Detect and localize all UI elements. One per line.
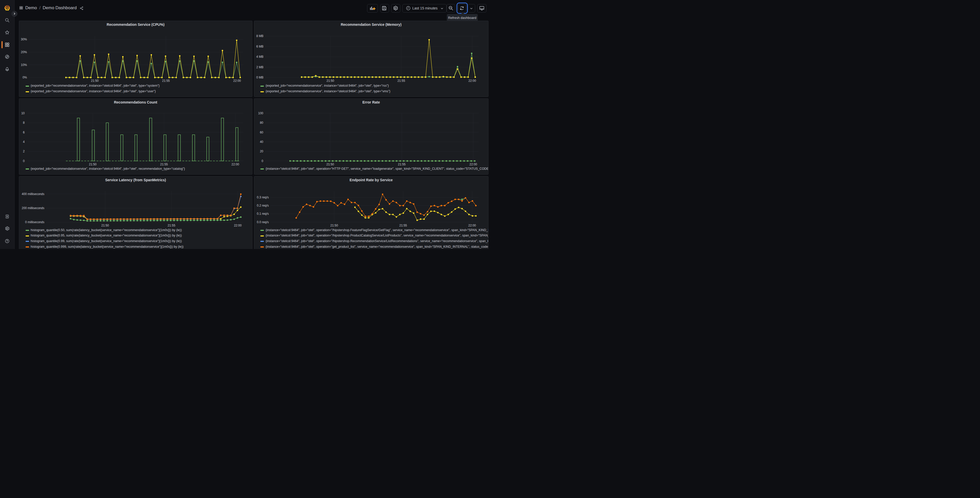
svg-text:8 MB: 8 MB: [256, 34, 263, 38]
svg-text:21:55: 21:55: [160, 162, 168, 166]
svg-text:10%: 10%: [21, 63, 27, 67]
svg-text:22:00: 22:00: [234, 223, 242, 227]
svg-text:4 MB: 4 MB: [256, 55, 263, 59]
svg-text:0: 0: [261, 159, 263, 163]
svg-text:21:55: 21:55: [398, 162, 406, 166]
svg-text:0%: 0%: [22, 76, 27, 79]
svg-text:2 MB: 2 MB: [256, 65, 263, 69]
svg-text:0.2 req/s: 0.2 req/s: [257, 204, 269, 208]
svg-text:21:50: 21:50: [101, 223, 109, 227]
svg-text:21:50: 21:50: [91, 79, 99, 83]
svg-text:21:50: 21:50: [89, 162, 97, 166]
svg-text:22:00: 22:00: [233, 79, 241, 83]
svg-text:0: 0: [23, 159, 25, 163]
svg-text:22:00: 22:00: [468, 223, 476, 227]
svg-text:20: 20: [260, 150, 263, 153]
svg-text:40: 40: [260, 140, 263, 144]
svg-text:21:55: 21:55: [162, 79, 170, 83]
svg-text:21:50: 21:50: [330, 223, 338, 227]
svg-text:6: 6: [23, 130, 25, 134]
svg-text:60: 60: [260, 130, 263, 134]
svg-text:400 milliseconds: 400 milliseconds: [22, 192, 45, 196]
svg-text:8: 8: [23, 121, 25, 124]
svg-text:22:00: 22:00: [469, 162, 477, 166]
svg-text:21:55: 21:55: [397, 79, 405, 83]
svg-text:10: 10: [21, 111, 25, 115]
svg-text:0.1 req/s: 0.1 req/s: [257, 212, 269, 215]
svg-text:30%: 30%: [21, 38, 27, 41]
svg-text:0 MB: 0 MB: [256, 76, 263, 79]
svg-text:21:50: 21:50: [326, 162, 334, 166]
svg-text:21:55: 21:55: [399, 223, 407, 227]
svg-text:22:00: 22:00: [468, 79, 476, 83]
svg-text:2: 2: [23, 150, 25, 153]
svg-text:0.3 req/s: 0.3 req/s: [257, 196, 269, 199]
svg-text:0.0 req/s: 0.0 req/s: [257, 220, 269, 224]
svg-text:20%: 20%: [21, 50, 27, 54]
svg-text:21:50: 21:50: [326, 79, 334, 83]
svg-text:21:55: 21:55: [168, 223, 175, 227]
svg-text:4: 4: [23, 140, 25, 144]
svg-text:200 milliseconds: 200 milliseconds: [22, 206, 45, 210]
svg-text:6 MB: 6 MB: [256, 45, 263, 48]
svg-text:22:00: 22:00: [231, 162, 239, 166]
svg-text:80: 80: [260, 121, 263, 124]
svg-text:100: 100: [258, 111, 263, 115]
svg-text:0 milliseconds: 0 milliseconds: [25, 220, 44, 224]
